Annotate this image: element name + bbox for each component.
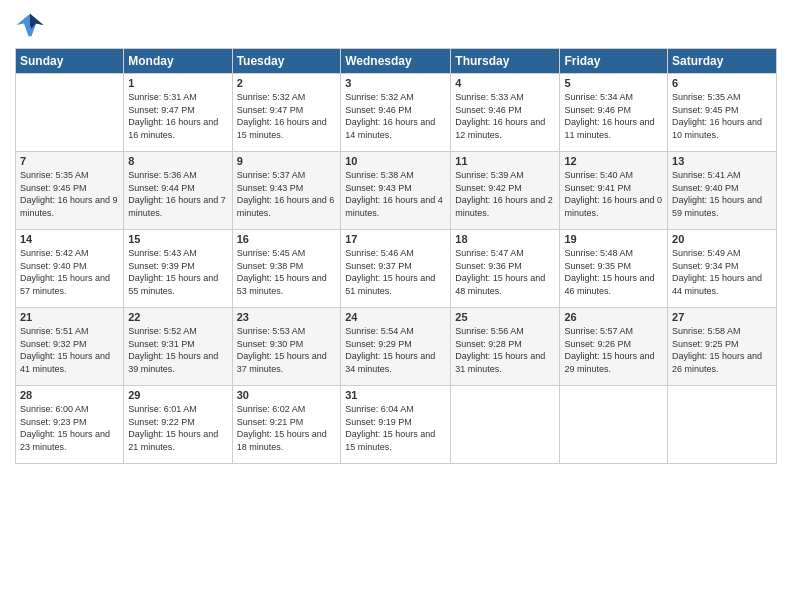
day-cell: 10Sunrise: 5:38 AMSunset: 9:43 PMDayligh… bbox=[341, 152, 451, 230]
day-info: Sunrise: 5:31 AMSunset: 9:47 PMDaylight:… bbox=[128, 91, 227, 141]
col-header-tuesday: Tuesday bbox=[232, 49, 341, 74]
day-info: Sunrise: 5:58 AMSunset: 9:25 PMDaylight:… bbox=[672, 325, 772, 375]
day-number: 3 bbox=[345, 77, 446, 89]
logo-icon bbox=[15, 10, 45, 40]
col-header-thursday: Thursday bbox=[451, 49, 560, 74]
day-cell: 17Sunrise: 5:46 AMSunset: 9:37 PMDayligh… bbox=[341, 230, 451, 308]
day-info: Sunrise: 5:49 AMSunset: 9:34 PMDaylight:… bbox=[672, 247, 772, 297]
day-cell: 23Sunrise: 5:53 AMSunset: 9:30 PMDayligh… bbox=[232, 308, 341, 386]
day-cell: 4Sunrise: 5:33 AMSunset: 9:46 PMDaylight… bbox=[451, 74, 560, 152]
day-info: Sunrise: 5:54 AMSunset: 9:29 PMDaylight:… bbox=[345, 325, 446, 375]
page: SundayMondayTuesdayWednesdayThursdayFrid… bbox=[0, 0, 792, 612]
day-number: 23 bbox=[237, 311, 337, 323]
day-number: 28 bbox=[20, 389, 119, 401]
day-number: 11 bbox=[455, 155, 555, 167]
day-info: Sunrise: 5:33 AMSunset: 9:46 PMDaylight:… bbox=[455, 91, 555, 141]
day-number: 8 bbox=[128, 155, 227, 167]
week-row-4: 21Sunrise: 5:51 AMSunset: 9:32 PMDayligh… bbox=[16, 308, 777, 386]
header-row: SundayMondayTuesdayWednesdayThursdayFrid… bbox=[16, 49, 777, 74]
day-cell: 6Sunrise: 5:35 AMSunset: 9:45 PMDaylight… bbox=[668, 74, 777, 152]
day-cell: 15Sunrise: 5:43 AMSunset: 9:39 PMDayligh… bbox=[124, 230, 232, 308]
day-number: 1 bbox=[128, 77, 227, 89]
day-cell: 2Sunrise: 5:32 AMSunset: 9:47 PMDaylight… bbox=[232, 74, 341, 152]
day-cell: 14Sunrise: 5:42 AMSunset: 9:40 PMDayligh… bbox=[16, 230, 124, 308]
day-info: Sunrise: 5:39 AMSunset: 9:42 PMDaylight:… bbox=[455, 169, 555, 219]
day-info: Sunrise: 5:34 AMSunset: 9:46 PMDaylight:… bbox=[564, 91, 663, 141]
header bbox=[15, 10, 777, 40]
day-cell: 18Sunrise: 5:47 AMSunset: 9:36 PMDayligh… bbox=[451, 230, 560, 308]
day-cell: 5Sunrise: 5:34 AMSunset: 9:46 PMDaylight… bbox=[560, 74, 668, 152]
day-info: Sunrise: 5:48 AMSunset: 9:35 PMDaylight:… bbox=[564, 247, 663, 297]
col-header-sunday: Sunday bbox=[16, 49, 124, 74]
day-number: 18 bbox=[455, 233, 555, 245]
day-cell: 31Sunrise: 6:04 AMSunset: 9:19 PMDayligh… bbox=[341, 386, 451, 464]
day-info: Sunrise: 5:43 AMSunset: 9:39 PMDaylight:… bbox=[128, 247, 227, 297]
day-info: Sunrise: 5:57 AMSunset: 9:26 PMDaylight:… bbox=[564, 325, 663, 375]
col-header-monday: Monday bbox=[124, 49, 232, 74]
logo bbox=[15, 10, 49, 40]
day-info: Sunrise: 5:53 AMSunset: 9:30 PMDaylight:… bbox=[237, 325, 337, 375]
day-number: 31 bbox=[345, 389, 446, 401]
week-row-5: 28Sunrise: 6:00 AMSunset: 9:23 PMDayligh… bbox=[16, 386, 777, 464]
day-info: Sunrise: 6:00 AMSunset: 9:23 PMDaylight:… bbox=[20, 403, 119, 453]
day-cell: 9Sunrise: 5:37 AMSunset: 9:43 PMDaylight… bbox=[232, 152, 341, 230]
day-cell: 21Sunrise: 5:51 AMSunset: 9:32 PMDayligh… bbox=[16, 308, 124, 386]
day-number: 25 bbox=[455, 311, 555, 323]
day-cell: 20Sunrise: 5:49 AMSunset: 9:34 PMDayligh… bbox=[668, 230, 777, 308]
day-cell: 1Sunrise: 5:31 AMSunset: 9:47 PMDaylight… bbox=[124, 74, 232, 152]
day-cell: 25Sunrise: 5:56 AMSunset: 9:28 PMDayligh… bbox=[451, 308, 560, 386]
day-number: 24 bbox=[345, 311, 446, 323]
day-number: 19 bbox=[564, 233, 663, 245]
day-cell: 27Sunrise: 5:58 AMSunset: 9:25 PMDayligh… bbox=[668, 308, 777, 386]
week-row-2: 7Sunrise: 5:35 AMSunset: 9:45 PMDaylight… bbox=[16, 152, 777, 230]
day-info: Sunrise: 5:35 AMSunset: 9:45 PMDaylight:… bbox=[20, 169, 119, 219]
day-info: Sunrise: 6:02 AMSunset: 9:21 PMDaylight:… bbox=[237, 403, 337, 453]
day-info: Sunrise: 5:47 AMSunset: 9:36 PMDaylight:… bbox=[455, 247, 555, 297]
day-cell bbox=[16, 74, 124, 152]
day-info: Sunrise: 5:41 AMSunset: 9:40 PMDaylight:… bbox=[672, 169, 772, 219]
day-cell bbox=[451, 386, 560, 464]
day-cell bbox=[560, 386, 668, 464]
col-header-friday: Friday bbox=[560, 49, 668, 74]
day-cell: 7Sunrise: 5:35 AMSunset: 9:45 PMDaylight… bbox=[16, 152, 124, 230]
day-info: Sunrise: 5:35 AMSunset: 9:45 PMDaylight:… bbox=[672, 91, 772, 141]
day-cell: 3Sunrise: 5:32 AMSunset: 9:46 PMDaylight… bbox=[341, 74, 451, 152]
day-number: 2 bbox=[237, 77, 337, 89]
svg-marker-1 bbox=[30, 14, 44, 29]
day-number: 6 bbox=[672, 77, 772, 89]
week-row-3: 14Sunrise: 5:42 AMSunset: 9:40 PMDayligh… bbox=[16, 230, 777, 308]
day-info: Sunrise: 6:01 AMSunset: 9:22 PMDaylight:… bbox=[128, 403, 227, 453]
day-number: 5 bbox=[564, 77, 663, 89]
day-cell: 8Sunrise: 5:36 AMSunset: 9:44 PMDaylight… bbox=[124, 152, 232, 230]
day-cell: 13Sunrise: 5:41 AMSunset: 9:40 PMDayligh… bbox=[668, 152, 777, 230]
day-number: 21 bbox=[20, 311, 119, 323]
day-number: 14 bbox=[20, 233, 119, 245]
day-number: 13 bbox=[672, 155, 772, 167]
day-info: Sunrise: 5:52 AMSunset: 9:31 PMDaylight:… bbox=[128, 325, 227, 375]
day-info: Sunrise: 5:37 AMSunset: 9:43 PMDaylight:… bbox=[237, 169, 337, 219]
day-number: 15 bbox=[128, 233, 227, 245]
day-info: Sunrise: 5:45 AMSunset: 9:38 PMDaylight:… bbox=[237, 247, 337, 297]
day-info: Sunrise: 5:56 AMSunset: 9:28 PMDaylight:… bbox=[455, 325, 555, 375]
day-info: Sunrise: 6:04 AMSunset: 9:19 PMDaylight:… bbox=[345, 403, 446, 453]
day-number: 30 bbox=[237, 389, 337, 401]
day-info: Sunrise: 5:32 AMSunset: 9:46 PMDaylight:… bbox=[345, 91, 446, 141]
day-number: 27 bbox=[672, 311, 772, 323]
day-number: 16 bbox=[237, 233, 337, 245]
day-cell: 19Sunrise: 5:48 AMSunset: 9:35 PMDayligh… bbox=[560, 230, 668, 308]
day-info: Sunrise: 5:42 AMSunset: 9:40 PMDaylight:… bbox=[20, 247, 119, 297]
day-info: Sunrise: 5:38 AMSunset: 9:43 PMDaylight:… bbox=[345, 169, 446, 219]
day-number: 17 bbox=[345, 233, 446, 245]
day-info: Sunrise: 5:40 AMSunset: 9:41 PMDaylight:… bbox=[564, 169, 663, 219]
day-cell: 11Sunrise: 5:39 AMSunset: 9:42 PMDayligh… bbox=[451, 152, 560, 230]
day-cell: 12Sunrise: 5:40 AMSunset: 9:41 PMDayligh… bbox=[560, 152, 668, 230]
day-cell bbox=[668, 386, 777, 464]
day-number: 9 bbox=[237, 155, 337, 167]
day-cell: 29Sunrise: 6:01 AMSunset: 9:22 PMDayligh… bbox=[124, 386, 232, 464]
day-number: 10 bbox=[345, 155, 446, 167]
day-number: 29 bbox=[128, 389, 227, 401]
day-info: Sunrise: 5:32 AMSunset: 9:47 PMDaylight:… bbox=[237, 91, 337, 141]
week-row-1: 1Sunrise: 5:31 AMSunset: 9:47 PMDaylight… bbox=[16, 74, 777, 152]
day-cell: 16Sunrise: 5:45 AMSunset: 9:38 PMDayligh… bbox=[232, 230, 341, 308]
day-cell: 26Sunrise: 5:57 AMSunset: 9:26 PMDayligh… bbox=[560, 308, 668, 386]
